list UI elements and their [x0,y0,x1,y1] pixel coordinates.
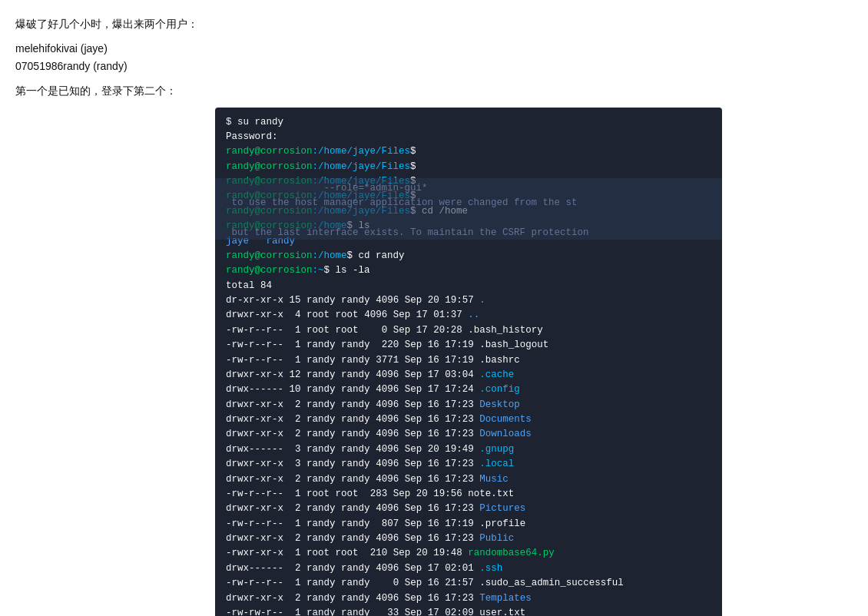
terminal-line: randy@corrosion:/home/jaye/Files$ [226,189,711,204]
intro-line1: 爆破了好几个小时，爆出来两个用户： [15,15,853,32]
terminal-line: randy@corrosion:~$ ls -la [226,263,711,278]
terminal-line: -rw-r--r-- 1 randy randy 807 Sep 16 17:1… [226,517,711,532]
terminal-line: randy@corrosion:/home$ cd randy [226,249,711,263]
terminal-line: drwxr-xr-x 2 randy randy 4096 Sep 16 17:… [226,412,711,427]
terminal-line: drwxr-xr-x 2 randy randy 4096 Sep 16 17:… [226,502,711,516]
terminal-line: -rwxr-xr-x 1 root root 210 Sep 20 19:48 … [226,546,711,561]
terminal-content: $ su randyPassword:randy@corrosion:/home… [226,115,711,616]
intro-text-1: 爆破了好几个小时，爆出来两个用户： [15,18,198,30]
terminal-line: drwxr-xr-x 2 randy randy 4096 Sep 16 17:… [226,398,711,412]
intro-line4: 第一个是已知的，登录下第二个： [15,82,853,99]
terminal-line: Password: [226,130,711,144]
user1-text: melehifokivai (jaye) [15,40,853,57]
terminal-line: drwxr-xr-x 2 randy randy 4096 Sep 16 17:… [226,591,711,606]
terminal-line: drwxr-xr-x 2 randy randy 4096 Sep 16 17:… [226,427,711,442]
intro-users: melehifokivai (jaye) 07051986randy (rand… [15,40,853,75]
terminal-line: drwxr-xr-x 12 randy randy 4096 Sep 17 03… [226,368,711,383]
terminal-window: --role=*admin-gui* to use the host manag… [215,108,722,616]
terminal-line: drwx------ 3 randy randy 4096 Sep 20 19:… [226,442,711,457]
terminal-line: -rw-r--r-- 1 root root 0 Sep 17 20:28 .b… [226,323,711,338]
terminal-line: -rw-rw-r-- 1 randy randy 33 Sep 17 02:09… [226,606,711,616]
user2-text: 07051986randy (randy) [15,58,853,75]
terminal-line: drwxr-xr-x 4 root root 4096 Sep 17 01:37… [226,308,711,323]
terminal-line: drwxr-xr-x 3 randy randy 4096 Sep 16 17:… [226,457,711,472]
terminal-line: $ su randy [226,115,711,130]
terminal-line: -rw-r--r-- 1 randy randy 220 Sep 16 17:1… [226,338,711,353]
terminal-line: -rw-r--r-- 1 randy randy 0 Sep 16 21:57 … [226,576,711,591]
terminal-line: randy@corrosion:/home$ ls [226,219,711,233]
terminal-line: jaye randy [226,234,711,249]
terminal-line: drwxr-xr-x 2 randy randy 4096 Sep 16 17:… [226,472,711,487]
terminal-line: dr-xr-xr-x 15 randy randy 4096 Sep 20 19… [226,293,711,308]
terminal-line: drwx------ 10 randy randy 4096 Sep 17 17… [226,383,711,397]
terminal-line: randy@corrosion:/home/jaye/Files$ cd /ho… [226,204,711,219]
terminal-line: -rw-r--r-- 1 root root 283 Sep 20 19:56 … [226,487,711,502]
terminal-line: drwx------ 2 randy randy 4096 Sep 17 02:… [226,561,711,576]
terminal-line: randy@corrosion:/home/jaye/Files$ [226,174,711,189]
terminal-line: -rw-r--r-- 1 randy randy 3771 Sep 16 17:… [226,353,711,368]
terminal-line: randy@corrosion:/home/jaye/Files$ [226,144,711,159]
terminal-line: randy@corrosion:/home/jaye/Files$ [226,160,711,174]
terminal-line: drwxr-xr-x 2 randy randy 4096 Sep 16 17:… [226,532,711,546]
terminal-line: total 84 [226,279,711,293]
intro-text-4: 第一个是已知的，登录下第二个： [15,84,177,97]
